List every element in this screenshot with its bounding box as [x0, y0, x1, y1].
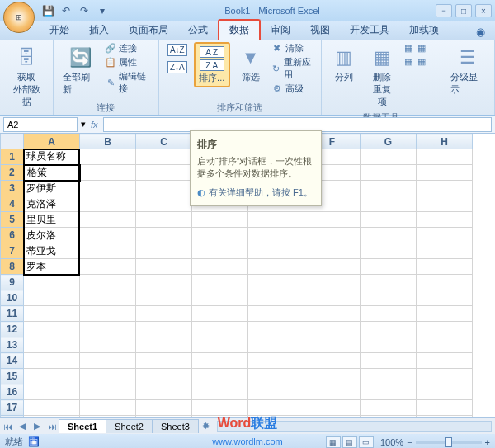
- cell-G14[interactable]: [361, 353, 417, 369]
- cell-B15[interactable]: [80, 369, 136, 384]
- cell-D13[interactable]: [192, 337, 248, 353]
- cell-C7[interactable]: [136, 243, 192, 259]
- cell-G7[interactable]: [361, 243, 417, 259]
- cell-G13[interactable]: [361, 337, 417, 353]
- row-header-6[interactable]: 6: [1, 228, 24, 243]
- cell-H18[interactable]: [417, 416, 473, 418]
- cell-A6[interactable]: 皮尔洛: [24, 228, 80, 243]
- close-button[interactable]: ×: [475, 4, 492, 17]
- help-icon[interactable]: ◉: [471, 24, 490, 40]
- cell-F17[interactable]: [304, 400, 361, 416]
- cell-E15[interactable]: [248, 369, 304, 384]
- cell-A11[interactable]: [24, 306, 80, 322]
- cell-D5[interactable]: [192, 212, 248, 228]
- row-header-5[interactable]: 5: [1, 212, 24, 228]
- cell-F13[interactable]: [304, 337, 361, 353]
- col-header-H[interactable]: H: [417, 134, 473, 149]
- cell-B14[interactable]: [80, 353, 136, 369]
- cell-A17[interactable]: [24, 400, 80, 416]
- cell-C6[interactable]: [136, 228, 192, 243]
- cell-B10[interactable]: [80, 290, 136, 306]
- select-all-cell[interactable]: [1, 134, 24, 149]
- filter-button[interactable]: ▼ 筛选: [233, 42, 268, 86]
- cell-C18[interactable]: [136, 416, 192, 418]
- name-box[interactable]: A2: [3, 117, 78, 132]
- tab-data[interactable]: 数据: [218, 19, 261, 40]
- cell-A15[interactable]: [24, 369, 80, 384]
- connections-button[interactable]: 🔗连接: [105, 42, 153, 54]
- row-header-9[interactable]: 9: [1, 275, 24, 290]
- tab-view[interactable]: 视图: [300, 21, 340, 40]
- cell-A13[interactable]: [24, 337, 80, 353]
- cell-C16[interactable]: [136, 384, 192, 400]
- cell-D10[interactable]: [192, 290, 248, 306]
- last-sheet-button[interactable]: ⏭: [45, 422, 59, 431]
- cell-G4[interactable]: [361, 196, 417, 212]
- cell-B18[interactable]: [80, 416, 136, 418]
- qat-undo-icon[interactable]: ↶: [59, 4, 73, 17]
- tool-4[interactable]: ▦: [416, 55, 427, 67]
- cell-E13[interactable]: [248, 337, 304, 353]
- cell-H4[interactable]: [417, 196, 473, 212]
- sheet-tab-3[interactable]: Sheet3: [152, 419, 199, 433]
- cell-H8[interactable]: [417, 259, 473, 275]
- cell-H12[interactable]: [417, 322, 473, 337]
- cell-B1[interactable]: [80, 149, 136, 165]
- cell-A2[interactable]: 格策: [24, 165, 80, 181]
- office-button[interactable]: ⊞: [3, 2, 35, 33]
- tab-layout[interactable]: 页面布局: [119, 21, 178, 40]
- cell-B6[interactable]: [80, 228, 136, 243]
- cell-E14[interactable]: [248, 353, 304, 369]
- cell-G18[interactable]: [361, 416, 417, 418]
- cell-C17[interactable]: [136, 400, 192, 416]
- cell-G2[interactable]: [361, 165, 417, 181]
- text-to-columns-button[interactable]: ▥ 分列: [327, 42, 361, 86]
- cell-E5[interactable]: [248, 212, 304, 228]
- cell-H3[interactable]: [417, 181, 473, 196]
- qat-redo-icon[interactable]: ↷: [78, 4, 91, 17]
- sort-za-button[interactable]: Z↓A: [164, 59, 191, 75]
- cell-A16[interactable]: [24, 384, 80, 400]
- cell-E7[interactable]: [248, 243, 304, 259]
- cell-G17[interactable]: [361, 400, 417, 416]
- cell-B5[interactable]: [80, 212, 136, 228]
- cell-A4[interactable]: 克洛泽: [24, 196, 80, 212]
- tool-1[interactable]: ▦: [403, 42, 414, 54]
- cell-F7[interactable]: [304, 243, 361, 259]
- cell-F16[interactable]: [304, 384, 361, 400]
- row-header-8[interactable]: 8: [1, 259, 24, 275]
- row-header-1[interactable]: 1: [1, 149, 24, 165]
- zoom-slider[interactable]: [416, 441, 482, 444]
- tab-formula[interactable]: 公式: [178, 21, 218, 40]
- zoom-out-button[interactable]: −: [407, 437, 412, 447]
- next-sheet-button[interactable]: ▶: [30, 421, 45, 431]
- cell-G11[interactable]: [361, 306, 417, 322]
- cell-F5[interactable]: [304, 212, 361, 228]
- cell-H13[interactable]: [417, 337, 473, 353]
- row-header-3[interactable]: 3: [1, 181, 24, 196]
- tab-addins[interactable]: 加载项: [399, 21, 449, 40]
- sheet-tab-1[interactable]: Sheet1: [59, 419, 106, 433]
- cell-D11[interactable]: [192, 306, 248, 322]
- cell-G8[interactable]: [361, 259, 417, 275]
- tab-home[interactable]: 开始: [40, 21, 79, 40]
- cell-C15[interactable]: [136, 369, 192, 384]
- qat-save-icon[interactable]: 💾: [41, 4, 54, 17]
- row-header-7[interactable]: 7: [1, 243, 24, 259]
- cell-E9[interactable]: [248, 275, 304, 290]
- cell-D7[interactable]: [192, 243, 248, 259]
- cell-C10[interactable]: [136, 290, 192, 306]
- cell-D6[interactable]: [192, 228, 248, 243]
- col-header-A[interactable]: A: [24, 134, 80, 149]
- cell-H10[interactable]: [417, 290, 473, 306]
- cell-A8[interactable]: 罗本: [24, 259, 80, 275]
- cell-H17[interactable]: [417, 400, 473, 416]
- cell-B12[interactable]: [80, 322, 136, 337]
- cell-A18[interactable]: [24, 416, 80, 418]
- minimize-button[interactable]: －: [436, 4, 452, 17]
- row-header-18[interactable]: 18: [1, 416, 24, 418]
- cell-H9[interactable]: [417, 275, 473, 290]
- maximize-button[interactable]: □: [455, 4, 472, 17]
- cell-G1[interactable]: [361, 149, 417, 165]
- tab-insert[interactable]: 插入: [79, 21, 119, 40]
